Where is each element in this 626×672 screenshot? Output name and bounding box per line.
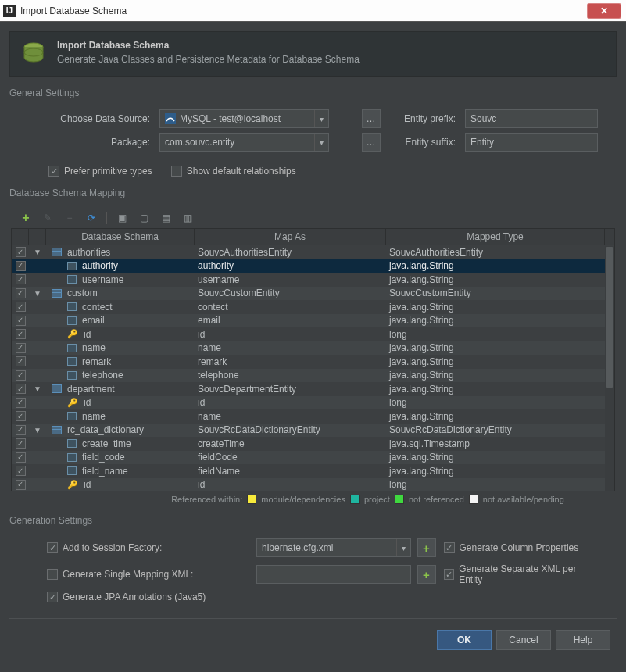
mapped-type-cell[interactable]: SouvcAuthoritiesEntity bbox=[386, 247, 605, 258]
mapped-type-cell[interactable]: java.lang.String bbox=[386, 315, 605, 326]
expand-toggle[interactable]: ▼ bbox=[29, 384, 46, 393]
table-row[interactable]: telephonetelephonejava.lang.String bbox=[12, 369, 614, 383]
mapped-type-cell[interactable]: java.sql.Timestamp bbox=[386, 438, 605, 449]
show-default-relationships-checkbox[interactable] bbox=[171, 166, 182, 177]
table-row[interactable]: ▼customSouvcCustomEntitySouvcCustomEntit… bbox=[12, 287, 614, 301]
entity-suffix-field[interactable]: Entity bbox=[465, 133, 598, 152]
map-as-cell[interactable]: telephone bbox=[195, 370, 386, 381]
collapse-all-button[interactable]: ▢ bbox=[137, 211, 151, 225]
gen-single-mapping-checkbox[interactable] bbox=[47, 569, 58, 580]
entity-prefix-field[interactable]: Souvc bbox=[465, 109, 598, 128]
mapped-type-cell[interactable]: SouvcRcDataDictionaryEntity bbox=[386, 424, 605, 435]
edit-button[interactable]: ✎ bbox=[41, 211, 55, 225]
row-checkbox[interactable] bbox=[16, 411, 26, 421]
mapped-type-cell[interactable]: SouvcCustomEntity bbox=[386, 288, 605, 298]
row-checkbox[interactable] bbox=[16, 329, 26, 339]
table-row[interactable]: remarkremarkjava.lang.String bbox=[12, 355, 614, 369]
row-checkbox[interactable] bbox=[16, 302, 26, 312]
refresh-button[interactable]: ⟳ bbox=[84, 211, 98, 225]
close-button[interactable]: ✕ bbox=[587, 3, 621, 19]
data-source-browse-button[interactable]: … bbox=[362, 109, 381, 128]
map-as-cell[interactable]: name bbox=[195, 411, 386, 422]
expand-toggle[interactable]: ▼ bbox=[29, 289, 46, 298]
expand-all-button[interactable]: ▣ bbox=[115, 211, 129, 225]
table-row[interactable]: 🔑ididlong bbox=[12, 478, 614, 491]
mapped-type-cell[interactable]: java.lang.String bbox=[386, 452, 605, 463]
mapped-type-cell[interactable]: java.lang.String bbox=[386, 342, 605, 353]
map-as-cell[interactable]: id bbox=[195, 479, 386, 490]
map-as-cell[interactable]: createTime bbox=[195, 438, 386, 449]
deselect-all-button[interactable]: ▥ bbox=[181, 211, 195, 225]
table-row[interactable]: 🔑ididlong bbox=[12, 396, 614, 410]
mapped-type-cell[interactable]: java.lang.String bbox=[386, 384, 605, 395]
cancel-button[interactable]: Cancel bbox=[496, 630, 551, 650]
row-checkbox[interactable] bbox=[16, 343, 26, 353]
map-as-cell[interactable]: authority bbox=[195, 260, 386, 271]
map-as-cell[interactable]: fieldCode bbox=[195, 452, 386, 463]
table-row[interactable]: authorityauthorityjava.lang.String bbox=[12, 259, 614, 273]
table-row[interactable]: usernameusernamejava.lang.String bbox=[12, 273, 614, 287]
expand-toggle[interactable]: ▼ bbox=[29, 248, 46, 256]
row-checkbox[interactable] bbox=[16, 356, 26, 366]
select-all-button[interactable]: ▤ bbox=[159, 211, 173, 225]
table-row[interactable]: 🔑ididlong bbox=[12, 327, 614, 341]
gen-separate-xml-checkbox[interactable] bbox=[444, 569, 455, 580]
ok-button[interactable]: OK bbox=[437, 630, 492, 650]
map-as-cell[interactable]: remark bbox=[195, 356, 386, 367]
single-mapping-field[interactable] bbox=[256, 565, 411, 584]
remove-button[interactable]: − bbox=[63, 211, 77, 225]
row-checkbox[interactable] bbox=[16, 316, 26, 326]
mapped-type-cell[interactable]: java.lang.String bbox=[386, 274, 605, 285]
help-button[interactable]: Help bbox=[556, 630, 610, 650]
map-as-cell[interactable]: contect bbox=[195, 302, 386, 313]
map-as-cell[interactable]: id bbox=[195, 397, 386, 408]
expand-toggle[interactable]: ▼ bbox=[29, 426, 46, 434]
map-as-cell[interactable]: SouvcCustomEntity bbox=[195, 288, 386, 298]
table-scrollbar[interactable] bbox=[605, 246, 614, 491]
table-row[interactable]: namenamejava.lang.String bbox=[12, 409, 614, 424]
table-row[interactable]: ▼authoritiesSouvcAuthoritiesEntitySouvcA… bbox=[12, 245, 614, 259]
gen-jpa-checkbox[interactable] bbox=[47, 592, 58, 602]
map-as-cell[interactable]: name bbox=[195, 342, 386, 353]
session-factory-combo[interactable]: hibernate.cfg.xml ▾ bbox=[256, 538, 411, 557]
gen-column-props-checkbox[interactable] bbox=[444, 542, 455, 553]
map-as-cell[interactable]: SouvcAuthoritiesEntity bbox=[195, 247, 386, 258]
data-source-combo[interactable]: MySQL - test@localhost ▾ bbox=[159, 109, 329, 128]
mapped-type-cell[interactable]: java.lang.String bbox=[386, 411, 605, 422]
table-row[interactable]: field_codefieldCodejava.lang.String bbox=[12, 451, 614, 465]
add-button[interactable]: + bbox=[19, 211, 33, 225]
mapped-type-cell[interactable]: java.lang.String bbox=[386, 302, 605, 313]
mapped-type-cell[interactable]: java.lang.String bbox=[386, 260, 605, 271]
single-mapping-add-button[interactable]: + bbox=[417, 565, 436, 584]
row-checkbox[interactable] bbox=[16, 398, 26, 408]
table-row[interactable]: namenamejava.lang.String bbox=[12, 341, 614, 356]
map-as-cell[interactable]: SouvcRcDataDictionaryEntity bbox=[195, 424, 386, 435]
table-row[interactable]: emailemailjava.lang.String bbox=[12, 314, 614, 328]
add-session-factory-checkbox[interactable] bbox=[47, 542, 58, 553]
row-checkbox[interactable] bbox=[16, 288, 26, 298]
package-combo[interactable]: com.souvc.entity ▾ bbox=[159, 133, 329, 152]
row-checkbox[interactable] bbox=[16, 466, 26, 476]
map-as-cell[interactable]: email bbox=[195, 315, 386, 326]
map-as-cell[interactable]: username bbox=[195, 274, 386, 285]
row-checkbox[interactable] bbox=[16, 261, 26, 271]
mapped-type-cell[interactable]: java.lang.String bbox=[386, 356, 605, 367]
mapped-type-cell[interactable]: java.lang.String bbox=[386, 466, 605, 477]
table-row[interactable]: contectcontectjava.lang.String bbox=[12, 300, 614, 314]
table-row[interactable]: field_namefieldNamejava.lang.String bbox=[12, 464, 614, 478]
table-row[interactable]: ▼rc_data_dictionarySouvcRcDataDictionary… bbox=[12, 424, 614, 438]
session-factory-add-button[interactable]: + bbox=[417, 538, 436, 557]
row-checkbox[interactable] bbox=[16, 438, 26, 449]
row-checkbox[interactable] bbox=[16, 480, 26, 490]
package-browse-button[interactable]: … bbox=[362, 133, 381, 152]
mapped-type-cell[interactable]: long bbox=[386, 397, 605, 408]
row-checkbox[interactable] bbox=[16, 247, 26, 257]
row-checkbox[interactable] bbox=[16, 274, 26, 284]
table-row[interactable]: ▼departmentSouvcDepartmentEntityjava.lan… bbox=[12, 382, 614, 396]
table-row[interactable]: create_timecreateTimejava.sql.Timestamp bbox=[12, 437, 614, 451]
row-checkbox[interactable] bbox=[16, 370, 26, 381]
mapped-type-cell[interactable]: long bbox=[386, 329, 605, 340]
map-as-cell[interactable]: SouvcDepartmentEntity bbox=[195, 384, 386, 395]
row-checkbox[interactable] bbox=[16, 384, 26, 394]
mapped-type-cell[interactable]: java.lang.String bbox=[386, 370, 605, 381]
